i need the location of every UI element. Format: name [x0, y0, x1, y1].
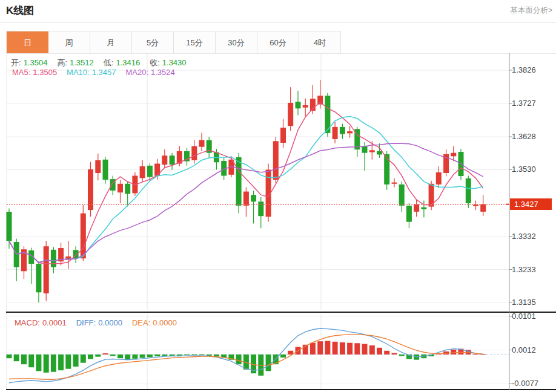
macd-bar[interactable] — [36, 354, 41, 371]
ohlc-item: 收:1.3430 — [150, 58, 188, 67]
macd-bar[interactable] — [280, 354, 286, 358]
candle[interactable] — [117, 180, 123, 203]
candle[interactable] — [296, 91, 301, 116]
macd-bar[interactable] — [21, 354, 27, 364]
candle[interactable] — [466, 176, 471, 208]
macd-bar[interactable] — [184, 354, 190, 355]
macd-bar[interactable] — [7, 354, 12, 358]
macd-bar[interactable] — [340, 342, 345, 354]
macd-readout: MACD:0.0001DIFF:0.0000DEA:0.0000 — [15, 318, 187, 327]
candle[interactable] — [7, 208, 12, 249]
macd-bar[interactable] — [317, 341, 323, 354]
candle[interactable] — [191, 140, 197, 164]
macd-bar[interactable] — [103, 353, 108, 354]
candle[interactable] — [58, 243, 64, 266]
candle[interactable] — [280, 119, 286, 148]
macd-bar[interactable] — [354, 343, 360, 354]
macd-bar[interactable] — [88, 354, 93, 359]
macd-bar[interactable] — [58, 354, 64, 370]
macd-bar[interactable] — [377, 348, 382, 354]
candle[interactable] — [406, 203, 412, 228]
macd-bar[interactable] — [65, 354, 71, 369]
ohlc-item: 低:1.3416 — [104, 58, 142, 67]
macd-bar[interactable] — [73, 354, 79, 367]
macd-bar[interactable] — [369, 345, 375, 354]
candle[interactable] — [199, 132, 205, 151]
ma-item: MA10:1.3457 — [67, 68, 118, 77]
macd-bar[interactable] — [110, 354, 116, 356]
candle[interactable] — [392, 178, 397, 187]
candle[interactable] — [384, 151, 389, 190]
macd-bar[interactable] — [95, 354, 101, 357]
candle[interactable] — [354, 126, 360, 157]
candle[interactable] — [170, 153, 175, 170]
macd-bar[interactable] — [51, 354, 56, 372]
candle[interactable] — [88, 162, 93, 217]
macd-bar[interactable] — [207, 354, 212, 356]
candle[interactable] — [65, 241, 71, 269]
macd-bar[interactable] — [28, 354, 34, 367]
axis-tick-label: -0.0077 — [512, 379, 538, 388]
macd-bar[interactable] — [236, 354, 242, 364]
axis-tick-label: 1.3628 — [512, 132, 536, 141]
candle[interactable] — [207, 137, 212, 158]
axis-tick-label: 0.0012 — [512, 345, 536, 354]
candle[interactable] — [95, 154, 101, 180]
candle[interactable] — [258, 197, 263, 228]
axis-tick-label: 0.0101 — [512, 312, 536, 321]
macd-bar[interactable] — [362, 344, 368, 355]
candle[interactable] — [480, 195, 486, 216]
macd-bar[interactable] — [199, 354, 205, 355]
candle[interactable] — [399, 181, 405, 212]
candle[interactable] — [28, 247, 34, 284]
candle[interactable] — [333, 122, 338, 144]
axis-tick-label: 1.3530 — [512, 165, 536, 174]
axis-tick-label: 1.3727 — [512, 99, 536, 108]
macd-bar[interactable] — [310, 343, 316, 354]
candle[interactable] — [310, 85, 316, 114]
candle[interactable] — [251, 191, 256, 224]
axis-tick-label: 1.3233 — [512, 265, 536, 274]
macd-bar[interactable] — [347, 343, 352, 354]
candle[interactable] — [414, 199, 419, 217]
candle[interactable] — [125, 181, 130, 207]
candle[interactable] — [473, 201, 478, 211]
candle[interactable] — [36, 261, 41, 302]
macd-bar[interactable] — [392, 353, 397, 355]
candle[interactable] — [140, 160, 145, 181]
macd-bar[interactable] — [132, 354, 137, 359]
macd-bar[interactable] — [154, 354, 160, 356]
macd-bar[interactable] — [147, 354, 153, 357]
candle[interactable] — [184, 148, 190, 165]
candle[interactable] — [288, 87, 293, 131]
macd-bar[interactable] — [44, 354, 49, 373]
macd-bar[interactable] — [191, 354, 197, 355]
candle[interactable] — [443, 149, 449, 177]
macd-bar[interactable] — [170, 354, 175, 356]
macd-bar[interactable] — [266, 354, 271, 371]
macd-bar[interactable] — [117, 354, 123, 358]
macd-bar[interactable] — [451, 350, 456, 354]
macd-bar[interactable] — [214, 354, 219, 356]
ma-item: MA20:1.3524 — [125, 68, 177, 77]
candle[interactable] — [303, 99, 308, 117]
macd-bar[interactable] — [162, 354, 167, 356]
macd-bar[interactable] — [325, 341, 330, 354]
macd-bar[interactable] — [177, 354, 182, 356]
macd-bar[interactable] — [140, 354, 145, 358]
macd-bar[interactable] — [14, 354, 19, 361]
macd-bar[interactable] — [384, 351, 389, 354]
ohlc-item: 高:1.3512 — [57, 58, 96, 67]
macd-bar[interactable] — [399, 354, 405, 356]
macd-bar[interactable] — [125, 354, 130, 359]
candle[interactable] — [44, 241, 49, 301]
candle[interactable] — [14, 238, 19, 281]
macd-bar[interactable] — [333, 342, 338, 354]
candle[interactable] — [243, 187, 249, 217]
candle[interactable] — [273, 137, 279, 183]
macd-item: DIFF:0.0000 — [76, 318, 125, 327]
candle[interactable] — [103, 157, 108, 183]
macd-bar[interactable] — [81, 354, 86, 363]
candle[interactable] — [162, 149, 167, 168]
candle[interactable] — [21, 246, 27, 279]
